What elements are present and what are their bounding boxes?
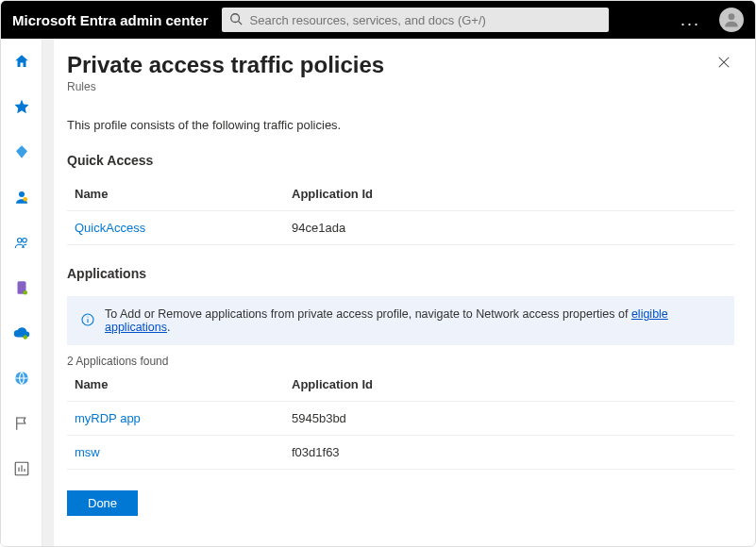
svg-point-5 bbox=[17, 239, 22, 243]
table-row: msw f03d1f63 bbox=[67, 436, 734, 470]
close-button[interactable] bbox=[714, 52, 734, 75]
app-row-name[interactable]: msw bbox=[75, 445, 100, 459]
device-icon[interactable] bbox=[10, 276, 33, 299]
quick-access-heading: Quick Access bbox=[67, 153, 734, 168]
done-button[interactable]: Done bbox=[67, 490, 138, 516]
svg-point-4 bbox=[23, 197, 27, 202]
search-input[interactable] bbox=[250, 13, 601, 27]
star-icon[interactable] bbox=[10, 95, 33, 118]
group-icon[interactable] bbox=[10, 231, 33, 254]
applications-table: Name Application Id myRDP app 5945b3bd m… bbox=[67, 368, 734, 470]
app-col-appid: Application Id bbox=[284, 368, 734, 402]
table-row: myRDP app 5945b3bd bbox=[67, 402, 734, 436]
topbar: Microsoft Entra admin center ... bbox=[1, 1, 755, 39]
qa-col-appid: Application Id bbox=[284, 177, 734, 211]
avatar[interactable] bbox=[719, 8, 744, 32]
flag-icon[interactable] bbox=[10, 412, 33, 435]
more-button[interactable]: ... bbox=[675, 10, 706, 30]
page-subtitle: Rules bbox=[67, 80, 384, 93]
chart-icon[interactable] bbox=[10, 457, 33, 480]
qa-row-name[interactable]: QuickAccess bbox=[75, 221, 145, 235]
diamond-icon[interactable] bbox=[10, 141, 33, 163]
table-row: QuickAccess 94ce1ada bbox=[67, 211, 734, 245]
info-banner: To Add or Remove applications from priva… bbox=[67, 296, 734, 345]
app-row-appid: 5945b3bd bbox=[284, 402, 734, 436]
info-text: To Add or Remove applications from priva… bbox=[105, 307, 721, 334]
svg-point-6 bbox=[22, 239, 26, 243]
gutter bbox=[42, 39, 54, 546]
qa-row-appid: 94ce1ada bbox=[284, 211, 734, 245]
svg-point-8 bbox=[23, 290, 27, 295]
left-rail bbox=[1, 39, 42, 546]
main-pane: Private access traffic policies Rules Th… bbox=[54, 39, 755, 546]
quick-access-table: Name Application Id QuickAccess 94ce1ada bbox=[67, 177, 734, 245]
svg-point-3 bbox=[19, 191, 25, 197]
app-row-appid: f03d1f63 bbox=[284, 436, 734, 470]
globe-icon[interactable] bbox=[10, 367, 33, 390]
person-icon[interactable] bbox=[10, 186, 33, 208]
search-icon bbox=[229, 12, 243, 28]
svg-point-2 bbox=[729, 13, 735, 20]
applications-count: 2 Applications found bbox=[67, 355, 734, 368]
page-title: Private access traffic policies bbox=[67, 52, 384, 78]
svg-point-16 bbox=[87, 316, 88, 317]
info-icon bbox=[80, 312, 95, 330]
qa-col-name: Name bbox=[67, 177, 284, 211]
app-row-name[interactable]: myRDP app bbox=[75, 411, 141, 425]
app-col-name: Name bbox=[67, 368, 284, 402]
svg-point-9 bbox=[23, 335, 27, 340]
intro-text: This profile consists of the following t… bbox=[67, 118, 734, 132]
search-box[interactable] bbox=[222, 8, 609, 32]
svg-line-1 bbox=[238, 21, 242, 25]
cloud-icon[interactable] bbox=[10, 322, 33, 344]
home-icon[interactable] bbox=[10, 50, 33, 73]
brand-title: Microsoft Entra admin center bbox=[12, 12, 209, 28]
applications-heading: Applications bbox=[67, 266, 734, 281]
svg-point-0 bbox=[230, 13, 239, 22]
